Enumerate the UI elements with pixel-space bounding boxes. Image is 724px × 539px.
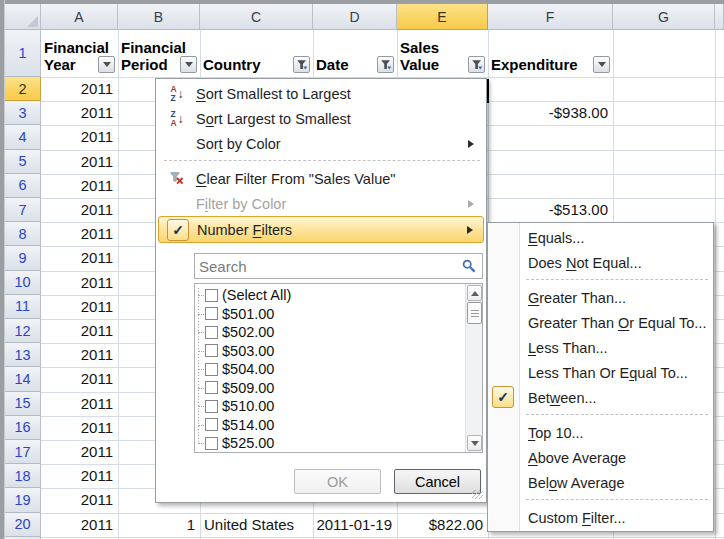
row-header-6[interactable]: 6 xyxy=(5,174,41,198)
cell-B20[interactable]: 1 xyxy=(118,513,200,537)
submenu-item-above-average[interactable]: Above Average xyxy=(489,445,712,470)
ok-button[interactable]: OK xyxy=(294,469,381,494)
filter-value-item[interactable]: $503.00 xyxy=(195,342,445,361)
cell-A17[interactable]: 2011 xyxy=(41,440,118,464)
submenu-item-less-than[interactable]: Less Than... xyxy=(489,335,712,360)
filter-funnel-button[interactable] xyxy=(468,56,485,73)
row-header-20[interactable]: 20 xyxy=(5,513,41,537)
submenu-item-greater-than[interactable]: Greater Than... xyxy=(489,285,712,310)
select-all-corner[interactable] xyxy=(5,4,41,30)
cell-A16[interactable]: 2011 xyxy=(41,416,118,440)
search-icon[interactable] xyxy=(462,259,476,273)
filter-dropdown-button[interactable] xyxy=(98,56,115,73)
cell-A11[interactable]: 2011 xyxy=(41,295,118,319)
submenu-item-between[interactable]: Between... xyxy=(489,385,712,410)
cell-A2[interactable]: 2011 xyxy=(41,77,118,101)
submenu-item-top-10[interactable]: Top 10... xyxy=(489,420,712,445)
menu-item-number-filters[interactable]: ✓Number Filters xyxy=(158,216,484,243)
scrollbar-thumb[interactable] xyxy=(467,302,482,324)
value-checkbox[interactable] xyxy=(205,363,218,376)
cell-A15[interactable]: 2011 xyxy=(41,392,118,416)
cell-A5[interactable]: 2011 xyxy=(41,150,118,174)
col-header-A[interactable]: A xyxy=(41,4,118,30)
cell-A18[interactable]: 2011 xyxy=(41,464,118,488)
cell-D20[interactable]: 2011-01-19 xyxy=(313,513,397,537)
search-input[interactable] xyxy=(195,255,462,277)
row-header-9[interactable]: 9 xyxy=(5,246,41,270)
cell-A14[interactable]: 2011 xyxy=(41,367,118,391)
cell-A6[interactable]: 2011 xyxy=(41,174,118,198)
cell-A4[interactable]: 2011 xyxy=(41,125,118,149)
value-checkbox[interactable] xyxy=(205,418,218,431)
value-checkbox[interactable] xyxy=(205,437,218,450)
scroll-up-button[interactable] xyxy=(467,285,482,301)
col-header-C[interactable]: C xyxy=(200,4,313,30)
submenu-item-below-average[interactable]: Below Average xyxy=(489,470,712,495)
value-checkbox[interactable] xyxy=(205,400,218,413)
col-header-D[interactable]: D xyxy=(313,4,397,30)
list-scrollbar[interactable] xyxy=(465,284,482,452)
filter-value-item[interactable]: $525.00 xyxy=(195,434,445,453)
cell-A9[interactable]: 2011 xyxy=(41,246,118,270)
submenu-item-less-than-or-equal-to[interactable]: Less Than Or Equal To... xyxy=(489,360,712,385)
row-header-4[interactable]: 4 xyxy=(5,125,41,149)
col-header-B[interactable]: B xyxy=(118,4,200,30)
row-header-8[interactable]: 8 xyxy=(5,222,41,246)
menu-item-clear-filter[interactable]: Clear Filter From "Sales Value" xyxy=(158,166,484,191)
scroll-down-button[interactable] xyxy=(467,435,482,451)
row-header-11[interactable]: 11 xyxy=(5,295,41,319)
filter-value-item[interactable]: $509.00 xyxy=(195,379,445,398)
col-header-G[interactable]: G xyxy=(613,4,715,30)
cell-A20[interactable]: 2011 xyxy=(41,513,118,537)
filter-value-item[interactable]: $501.00 xyxy=(195,305,445,324)
row-header-12[interactable]: 12 xyxy=(5,319,41,343)
menu-item-sort-largest-to-smallest[interactable]: ZA↓Sort Largest to Smallest xyxy=(158,106,484,131)
menu-item-sort-smallest-to-largest[interactable]: AZ↓Sort Smallest to Largest xyxy=(158,81,484,106)
col-header-sliver[interactable] xyxy=(715,4,724,30)
filter-funnel-button[interactable] xyxy=(377,56,394,73)
cell-A12[interactable]: 2011 xyxy=(41,319,118,343)
filter-value-item[interactable]: (Select All) xyxy=(195,286,445,305)
col-header-E[interactable]: E xyxy=(397,4,488,30)
row-header-17[interactable]: 17 xyxy=(5,440,41,464)
row-header-19[interactable]: 19 xyxy=(5,488,41,512)
cell-A19[interactable]: 2011 xyxy=(41,488,118,512)
filter-value-item[interactable]: $504.00 xyxy=(195,360,445,379)
submenu-item-equals[interactable]: Equals... xyxy=(489,225,712,250)
row-header-7[interactable]: 7 xyxy=(5,198,41,222)
col-header-F[interactable]: F xyxy=(488,4,613,30)
row-header-15[interactable]: 15 xyxy=(5,392,41,416)
cell-A10[interactable]: 2011 xyxy=(41,271,118,295)
row-header-18[interactable]: 18 xyxy=(5,464,41,488)
row-header-13[interactable]: 13 xyxy=(5,343,41,367)
row-header-2[interactable]: 2 xyxy=(5,77,41,101)
cancel-button[interactable]: Cancel xyxy=(394,469,481,494)
row-header-16[interactable]: 16 xyxy=(5,416,41,440)
value-checkbox[interactable] xyxy=(205,381,218,394)
submenu-item-custom-filter[interactable]: Custom Filter... xyxy=(489,505,712,530)
cell-A13[interactable]: 2011 xyxy=(41,343,118,367)
cell-F7[interactable]: -$513.00 xyxy=(488,198,613,222)
cell-C20[interactable]: United States xyxy=(200,513,313,537)
value-checkbox[interactable] xyxy=(205,289,218,302)
row-header-3[interactable]: 3 xyxy=(5,101,41,125)
filter-dropdown-button[interactable] xyxy=(593,56,610,73)
cell-A3[interactable]: 2011 xyxy=(41,101,118,125)
resize-grip[interactable] xyxy=(472,490,483,499)
filter-value-item[interactable]: $514.00 xyxy=(195,416,445,435)
filter-funnel-button[interactable] xyxy=(293,56,310,73)
row-header-14[interactable]: 14 xyxy=(5,367,41,391)
filter-dropdown-button[interactable] xyxy=(180,56,197,73)
menu-item-sort-by-color[interactable]: Sort by Color xyxy=(158,131,484,156)
row-header-10[interactable]: 10 xyxy=(5,271,41,295)
value-checkbox[interactable] xyxy=(205,307,218,320)
value-checkbox[interactable] xyxy=(205,344,218,357)
row-header-1[interactable]: 1 xyxy=(5,30,41,77)
submenu-item-greater-than-or-equal-to[interactable]: Greater Than Or Equal To... xyxy=(489,310,712,335)
cell-E20[interactable]: $822.00 xyxy=(397,513,488,537)
cell-A8[interactable]: 2011 xyxy=(41,222,118,246)
submenu-item-does-not-equal[interactable]: Does Not Equal... xyxy=(489,250,712,275)
row-header-5[interactable]: 5 xyxy=(5,150,41,174)
value-checkbox[interactable] xyxy=(205,326,218,339)
cell-F3[interactable]: -$938.00 xyxy=(488,101,613,125)
